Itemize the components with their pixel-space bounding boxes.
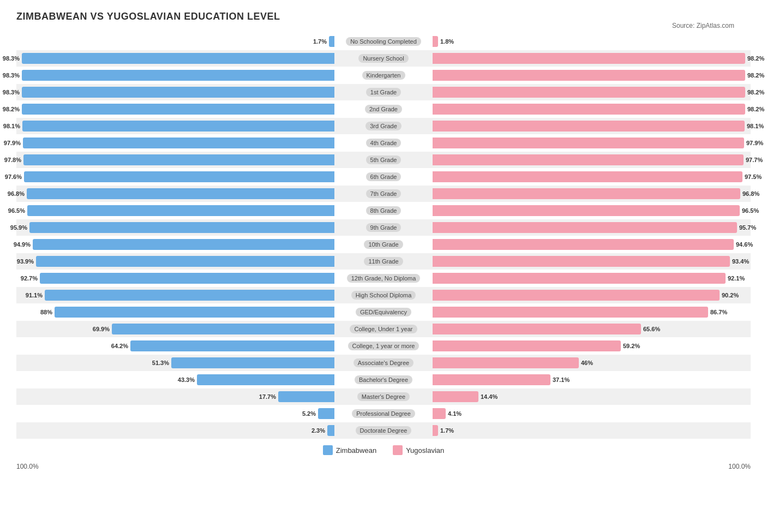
- chart-row: 98.2%2nd Grade98.2%: [16, 101, 751, 117]
- value-blue: 98.3%: [3, 89, 20, 95]
- chart-row: 64.2%College, 1 year or more59.2%: [16, 338, 751, 354]
- bar-blue: [29, 222, 334, 233]
- bar-blue: [197, 374, 334, 385]
- bar-blue: [171, 357, 334, 368]
- chart-row: 98.1%3rd Grade98.1%: [16, 118, 751, 134]
- chart-row: 98.3%Kindergarten98.2%: [16, 67, 751, 83]
- bar-blue: [22, 53, 334, 64]
- category-label: Nursery School: [358, 54, 408, 63]
- value-blue: 97.6%: [5, 174, 22, 180]
- value-blue: 93.9%: [17, 258, 34, 265]
- bar-pink: [433, 408, 446, 419]
- category-label: 3rd Grade: [365, 122, 402, 130]
- value-pink: 93.4%: [732, 258, 749, 265]
- bar-pink: [433, 273, 726, 284]
- bar-blue: [278, 391, 334, 402]
- category-label: Master's Degree: [357, 392, 410, 401]
- bar-pink: [433, 53, 745, 64]
- value-pink: 98.2%: [747, 106, 764, 112]
- value-blue: 96.8%: [8, 190, 25, 197]
- bar-blue: [112, 324, 334, 334]
- value-pink: 37.1%: [553, 376, 570, 383]
- chart-row: 97.9%4th Grade97.9%: [16, 135, 751, 151]
- bar-blue: [329, 36, 334, 47]
- bar-blue: [22, 121, 334, 131]
- category-label: 9th Grade: [366, 223, 402, 232]
- value-pink: 90.2%: [722, 292, 739, 298]
- value-blue: 98.3%: [3, 72, 20, 79]
- bar-blue: [130, 340, 334, 351]
- bar-pink: [433, 290, 720, 301]
- value-pink: 1.8%: [440, 38, 454, 45]
- category-label: College, Under 1 year: [350, 325, 417, 333]
- category-label: 11th Grade: [364, 257, 403, 266]
- chart-row: 51.3%Associate's Degree46%: [16, 355, 751, 371]
- bar-pink: [433, 87, 745, 98]
- bar-pink: [433, 307, 708, 318]
- bar-blue: [22, 70, 334, 81]
- value-blue: 43.3%: [178, 376, 195, 383]
- chart-row: 92.7%12th Grade, No Diploma92.1%: [16, 270, 751, 286]
- category-label: Bachelor's Degree: [355, 375, 412, 384]
- chart-row: 69.9%College, Under 1 year65.6%: [16, 321, 751, 337]
- value-blue: 1.7%: [313, 38, 327, 45]
- chart-row: 96.8%7th Grade96.8%: [16, 186, 751, 202]
- category-label: 7th Grade: [366, 189, 402, 198]
- value-pink: 1.7%: [440, 427, 454, 434]
- value-pink: 65.6%: [643, 326, 660, 332]
- category-label: 6th Grade: [366, 172, 402, 181]
- category-label: 4th Grade: [366, 139, 402, 147]
- value-pink: 97.5%: [745, 174, 762, 180]
- value-pink: 98.1%: [747, 123, 764, 129]
- bar-blue: [22, 104, 334, 115]
- bar-pink: [433, 205, 740, 216]
- bar-pink: [433, 154, 744, 165]
- bar-blue: [27, 188, 334, 199]
- value-pink: 59.2%: [623, 343, 640, 349]
- category-label: 1st Grade: [366, 88, 401, 97]
- bar-pink: [433, 104, 745, 115]
- legend-swatch-blue: [323, 445, 333, 455]
- bar-pink: [433, 391, 478, 402]
- value-blue: 97.9%: [4, 140, 21, 146]
- value-pink: 95.7%: [739, 224, 756, 231]
- x-axis-left: 100.0%: [16, 463, 39, 470]
- bar-pink: [433, 188, 740, 199]
- bar-blue: [318, 408, 334, 419]
- bar-pink: [433, 239, 734, 250]
- value-pink: 98.2%: [747, 55, 764, 62]
- chart-row: 98.3%Nursery School98.2%: [16, 50, 751, 67]
- chart-row: 97.8%5th Grade97.7%: [16, 152, 751, 168]
- bar-blue: [33, 239, 334, 250]
- category-label: 5th Grade: [366, 156, 402, 164]
- category-label: 12th Grade, No Diploma: [347, 274, 421, 283]
- chart-row: 1.7%No Schooling Completed1.8%: [16, 33, 751, 50]
- value-blue: 97.8%: [4, 157, 21, 163]
- value-pink: 96.5%: [742, 207, 759, 214]
- chart-row: 2.3%Doctorate Degree1.7%: [16, 422, 751, 439]
- chart-row: 94.9%10th Grade94.6%: [16, 236, 751, 253]
- bar-blue: [36, 256, 334, 267]
- bar-pink: [433, 36, 438, 47]
- category-label: Associate's Degree: [353, 358, 414, 367]
- value-blue: 69.9%: [93, 326, 110, 332]
- category-label: Kindergarten: [362, 71, 405, 80]
- value-blue: 2.3%: [311, 427, 325, 434]
- value-blue: 96.5%: [8, 207, 25, 214]
- bar-pink: [433, 171, 742, 182]
- chart-row: 5.2%Professional Degree4.1%: [16, 405, 751, 422]
- legend: Zimbabwean Yugoslavian: [16, 445, 751, 461]
- value-blue: 98.2%: [3, 106, 20, 112]
- value-blue: 51.3%: [152, 360, 169, 366]
- value-pink: 92.1%: [728, 275, 745, 282]
- bar-pink: [433, 357, 579, 368]
- chart-row: 17.7%Master's Degree14.4%: [16, 388, 751, 405]
- chart-title: ZIMBABWEAN VS YUGOSLAVIAN EDUCATION LEVE…: [16, 11, 751, 22]
- legend-label-yugoslavian: Yugoslavian: [406, 446, 444, 455]
- chart-row: 97.6%6th Grade97.5%: [16, 169, 751, 185]
- value-blue: 88%: [40, 309, 52, 315]
- chart-row: 95.9%9th Grade95.7%: [16, 219, 751, 236]
- value-blue: 17.7%: [259, 393, 276, 400]
- legend-label-zimbabwean: Zimbabwean: [336, 446, 376, 455]
- chart-row: 96.5%8th Grade96.5%: [16, 202, 751, 219]
